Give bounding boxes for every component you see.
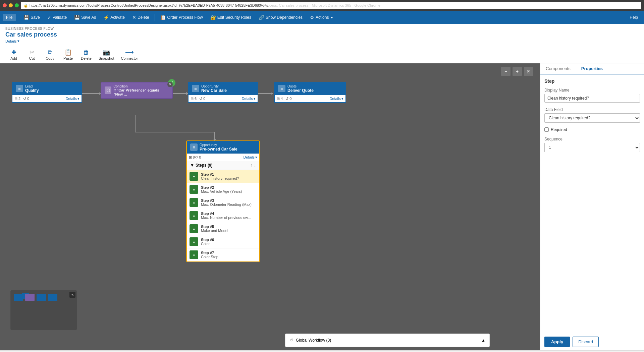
separator-2 xyxy=(155,14,155,21)
step-item-4[interactable]: ≡ Step #4 Max. Number of previous ow... xyxy=(187,209,259,222)
edit-security-roles-button[interactable]: 🔐 Edit Security Roles xyxy=(207,13,255,21)
condition-stage[interactable]: ⬡ Condition If "Car Preference" equals "… xyxy=(101,82,173,99)
step-item-5[interactable]: ≡ Step #5 Make and Model xyxy=(187,222,259,235)
step-4-text: Step #4 Max. Number of previous ow... xyxy=(201,212,251,220)
stage-opp-new-icon: ≡ xyxy=(192,85,199,92)
condition-close-icon[interactable]: ✕ xyxy=(167,82,173,87)
mini-node-opp xyxy=(37,294,46,301)
expanded-footer: ⊞ 9 ↺ 0 Details ▾ xyxy=(187,154,259,161)
steps-icon: ⊞ xyxy=(14,97,17,101)
snapshot-icon: 📷 xyxy=(103,49,110,56)
expanded-name: Pre-owned Car Sale xyxy=(200,147,237,152)
copy-button[interactable]: ⧉ Copy xyxy=(42,48,58,62)
step-item-1[interactable]: ≡ Step #1 Clean history required? xyxy=(187,170,259,183)
fit-button[interactable]: ⊡ xyxy=(524,67,533,76)
lead-details-button[interactable]: Details ▾ xyxy=(65,97,79,101)
components-tab[interactable]: Components xyxy=(540,63,576,74)
connector-button[interactable]: ⟶ Connector xyxy=(118,48,141,62)
stage-opp-new-type: Opportunity xyxy=(201,84,227,88)
lead-flows-count: 0 xyxy=(27,97,29,101)
mini-map: ⤡ xyxy=(10,290,77,330)
mini-map-expand-button[interactable]: ⤡ xyxy=(69,292,75,298)
paste-label: Paste xyxy=(63,56,73,60)
close-window-btn[interactable] xyxy=(3,3,7,7)
secure-icon: 🔒 xyxy=(23,3,28,8)
expanded-header-text: Opportunity Pre-owned Car Sale xyxy=(200,143,237,152)
activate-icon: ⚡ xyxy=(103,15,109,20)
paste-icon: 📋 xyxy=(64,49,72,56)
global-workflow-bar[interactable]: ↺ Global Workflow (0) ▲ xyxy=(285,334,490,347)
process-canvas[interactable]: − + ⊡ xyxy=(0,63,540,350)
step-5-icon: ≡ xyxy=(190,224,198,233)
maximize-window-btn[interactable] xyxy=(15,3,19,7)
discard-button[interactable]: Discard xyxy=(573,337,599,347)
security-icon: 🔐 xyxy=(210,15,216,20)
steps-sort-up-button[interactable]: ↑ xyxy=(251,163,253,168)
steps-header: ▼ Steps (9) ↑ ↓ xyxy=(187,161,259,170)
canvas-area[interactable]: − + ⊡ xyxy=(0,63,540,350)
step-item-6[interactable]: ≡ Step #6 Color xyxy=(187,235,259,248)
connector-lines xyxy=(0,63,540,350)
expanded-header-icon: ≡ xyxy=(190,143,198,151)
paste-button[interactable]: 📋 Paste xyxy=(60,48,76,62)
display-name-group: Display Name xyxy=(544,88,640,103)
stage-header-quote: ≡ Quote Deliver Quote xyxy=(275,82,345,95)
help-button[interactable]: Help xyxy=(626,14,641,21)
show-dependencies-button[interactable]: 🔗 Show Dependencies xyxy=(255,13,306,21)
stage-lead-icon: ≡ xyxy=(16,85,23,92)
panel-footer: Apply Discard xyxy=(540,333,644,350)
step-item-2[interactable]: ≡ Step #2 Max. Vehicle Age (Years) xyxy=(187,183,259,196)
minimize-window-btn[interactable] xyxy=(9,3,13,7)
actions-button[interactable]: ⚙ Actions ▼ xyxy=(307,13,337,21)
steps-sort-controls: ↑ ↓ xyxy=(251,163,256,168)
properties-tab[interactable]: Properties xyxy=(576,63,608,74)
svg-marker-5 xyxy=(271,92,273,95)
quote-details-button[interactable]: Details ▾ xyxy=(329,97,343,101)
step-item-3[interactable]: ≡ Step #3 Max. Odometer Reading (Max) xyxy=(187,196,259,209)
stage-lead-type: Lead xyxy=(25,84,39,88)
delete-button[interactable]: ✕ Delete xyxy=(129,13,153,21)
apply-button[interactable]: Apply xyxy=(544,337,570,347)
stage-opp-new-text: Opportunity New Car Sale xyxy=(201,84,227,93)
status-bar: Status: Inactive xyxy=(0,350,644,352)
validate-icon: ✓ xyxy=(47,15,51,20)
lead-details-chevron: ▾ xyxy=(77,97,79,101)
step-3-text: Step #3 Max. Odometer Reading (Max) xyxy=(201,198,252,207)
zoom-in-button[interactable]: + xyxy=(513,67,522,76)
quote-flows-stat: ↺ 0 xyxy=(285,97,291,101)
lead-qualify-stage[interactable]: ≡ Lead Qualify ⊞ 2 ↺ 0 xyxy=(12,82,82,103)
display-name-input[interactable] xyxy=(544,94,640,103)
quote-stage[interactable]: ≡ Quote Deliver Quote ⊞ 4 ↺ 0 xyxy=(274,82,346,103)
step-2-text: Step #2 Max. Vehicle Age (Years) xyxy=(201,185,242,193)
stage-quote-footer: ⊞ 4 ↺ 0 Details ▾ xyxy=(275,95,345,102)
add-button[interactable]: ✚ Add xyxy=(5,48,22,62)
sequence-select[interactable]: 1 xyxy=(544,143,640,152)
opportunity-preowned-expanded[interactable]: ≡ Opportunity Pre-owned Car Sale ⊞ 9 ↺ 0 xyxy=(186,140,260,262)
mini-map-nodes xyxy=(14,294,57,301)
opp-new-details-button[interactable]: Details ▾ xyxy=(241,97,256,101)
step-item-7[interactable]: ≡ Step #7 Color Step xyxy=(187,248,259,261)
actions-icon: ⚙ xyxy=(310,15,314,20)
opportunity-new-stage[interactable]: ≡ Opportunity New Car Sale ⊞ 6 ↺ 0 xyxy=(188,82,258,103)
steps-sort-down-button[interactable]: ↓ xyxy=(254,163,256,168)
validate-label: Validate xyxy=(53,15,67,20)
save-as-button[interactable]: 💾 Save As xyxy=(71,13,99,21)
preowned-details-button[interactable]: Details ▾ xyxy=(243,155,257,160)
file-button[interactable]: File xyxy=(3,14,16,21)
cut-button[interactable]: ✂ Cut xyxy=(23,48,40,62)
delete-cmd-button[interactable]: 🗑 Delete xyxy=(78,48,95,62)
snapshot-button[interactable]: 📷 Snapshot xyxy=(96,48,117,62)
data-field-select[interactable]: Clean history required? xyxy=(544,113,640,123)
details-link[interactable]: Details ▾ xyxy=(5,39,639,43)
condition-name: If "Car Preference" equals "New ... xyxy=(113,88,169,96)
order-process-flow-button[interactable]: 📋 Order Process Flow xyxy=(157,13,206,21)
validate-button[interactable]: ✓ Validate xyxy=(44,13,70,21)
step-2-num: Step #2 xyxy=(201,185,242,189)
zoom-out-button[interactable]: − xyxy=(501,67,511,76)
step-1-icon: ≡ xyxy=(190,172,198,181)
save-button[interactable]: 💾 Save xyxy=(20,13,43,21)
steps-title: ▼ Steps (9) xyxy=(190,163,213,168)
mini-node-condition xyxy=(25,294,35,301)
required-checkbox[interactable] xyxy=(544,127,549,132)
activate-button[interactable]: ⚡ Activate xyxy=(100,13,128,21)
